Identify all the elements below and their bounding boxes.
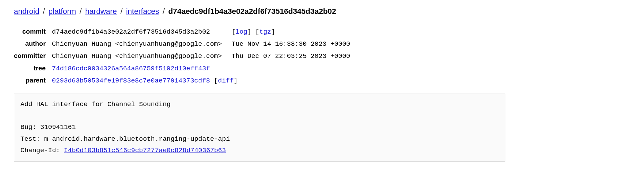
breadcrumb: android / platform / hardware / interfac… <box>14 7 630 16</box>
meta-author-date: Tue Nov 14 16:38:30 2023 +0000 <box>232 38 360 50</box>
commit-test-line: Test: m android.hardware.bluetooth.rangi… <box>20 135 230 143</box>
breadcrumb-link-platform[interactable]: platform <box>49 7 76 16</box>
commit-meta-table: commit d74aedc9df1b4a3e02a2df6f73516d345… <box>14 26 360 87</box>
breadcrumb-current: d74aedc9df1b4a3e02a2df6f73516d345d3a2b02 <box>168 7 336 16</box>
meta-label-parent: parent <box>14 75 52 87</box>
tgz-link[interactable]: tgz <box>259 28 271 36</box>
meta-committer-name: Chienyuan Huang <chienyuanhuang@google.c… <box>52 50 232 62</box>
meta-label-author: author <box>14 38 52 50</box>
meta-commit-actions: [log] [tgz] <box>232 26 360 38</box>
meta-row-tree: tree 74d186cdc9034326a564a86759f5192d10e… <box>14 62 360 75</box>
breadcrumb-sep: / <box>43 7 45 16</box>
meta-row-commit: commit d74aedc9df1b4a3e02a2df6f73516d345… <box>14 26 360 38</box>
breadcrumb-link-hardware[interactable]: hardware <box>85 7 117 16</box>
breadcrumb-sep: / <box>120 7 122 16</box>
parent-link[interactable]: 0293d63b50534fe19f83e8c7e0ae77914373cdf8 <box>52 77 210 85</box>
meta-label-commit: commit <box>14 26 52 38</box>
commit-changeid-prefix: Change-Id: <box>20 147 64 154</box>
meta-row-parent: parent 0293d63b50534fe19f83e8c7e0ae77914… <box>14 75 360 87</box>
meta-row-author: author Chienyuan Huang <chienyuanhuang@g… <box>14 38 360 50</box>
meta-label-committer: committer <box>14 50 52 62</box>
meta-label-tree: tree <box>14 62 52 75</box>
diff-link[interactable]: diff <box>218 77 234 85</box>
meta-row-committer: committer Chienyuan Huang <chienyuanhuan… <box>14 50 360 62</box>
commit-bug-line: Bug: 310941161 <box>20 123 76 131</box>
breadcrumb-sep: / <box>163 7 165 16</box>
breadcrumb-link-android[interactable]: android <box>14 7 39 16</box>
commit-message: Add HAL interface for Channel Sounding B… <box>14 94 505 162</box>
meta-author-name: Chienyuan Huang <chienyuanhuang@google.c… <box>52 38 232 50</box>
commit-title: Add HAL interface for Channel Sounding <box>20 101 171 108</box>
tree-link[interactable]: 74d186cdc9034326a564a86759f5192d10eff43f <box>52 65 210 72</box>
meta-commit-hash: d74aedc9df1b4a3e02a2df6f73516d345d3a2b02 <box>52 26 232 38</box>
meta-committer-date: Thu Dec 07 22:03:25 2023 +0000 <box>232 50 360 62</box>
log-link[interactable]: log <box>236 28 247 36</box>
changeid-link[interactable]: I4b0d103b851c546c9cb7277ae0c828d740367b6… <box>64 147 226 154</box>
breadcrumb-link-interfaces[interactable]: interfaces <box>126 7 159 16</box>
breadcrumb-sep: / <box>79 7 81 16</box>
